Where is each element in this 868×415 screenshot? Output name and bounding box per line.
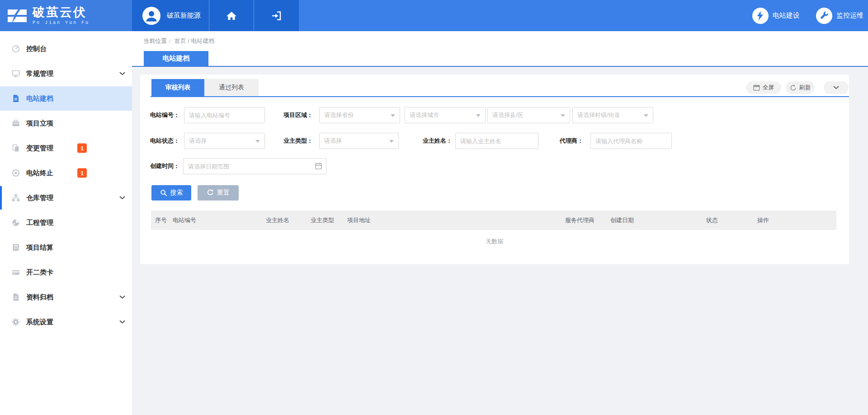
user-menu[interactable]: 破茧新能源 [132,0,209,31]
owner-type-label: 业主类型： [268,133,313,149]
refresh-icon [790,84,797,91]
sidebar-item-station-termination[interactable]: 电站终止 1 [0,161,132,185]
notification-badge: 1 [77,168,87,178]
owner-name-input[interactable] [455,133,538,149]
column-header-index: 序号 [155,210,167,230]
search-icon [160,189,167,196]
chevron-down-icon [119,196,125,200]
quick-link-label: 电站建设 [773,11,800,20]
fullscreen-button[interactable]: 全屏 [746,81,781,94]
chevron-down-icon [833,86,839,89]
archive-file-icon [11,293,20,302]
collapse-toolbar-button[interactable] [824,81,849,94]
sidebar-item-project-settlement[interactable]: 项目结算 [0,235,132,260]
top-header: 破茧云伏 Po Jian Yun Fu 破茧新能源 [0,0,868,31]
sidebar-item-open-type2-card[interactable]: 开二类卡 [0,260,132,284]
brand-title: 破茧云伏 [33,6,90,19]
record-icon [11,168,20,177]
owner-name-label: 业主姓名： [407,133,452,149]
sidebar-item-change-management[interactable]: 变更管理 1 [0,136,132,160]
select-caret-icon [561,114,565,117]
breadcrumb-prefix: 当前位置： [143,37,173,44]
column-header-status: 状态 [706,210,718,230]
agent-input[interactable] [590,133,672,149]
agent-label: 代理商： [538,133,583,149]
sitemap-icon [11,193,20,202]
brand-subtitle: Po Jian Yun Fu [33,20,90,25]
sidebar-item-warehouse-management[interactable]: 仓库管理 [0,186,132,210]
home-icon [226,11,237,21]
tab-underline [151,96,849,97]
station-no-input[interactable] [184,107,265,123]
select-caret-icon [476,114,481,117]
header-quick-links: 电站建设 监控运维 [299,0,868,31]
reset-icon [207,189,214,196]
quick-link-monitoring-ops[interactable]: 监控运维 [816,8,863,24]
city-select[interactable]: 请选择城市 [405,107,486,123]
owner-type-select[interactable]: 请选择 [319,133,399,149]
sidebar-item-engineering-management[interactable]: 工程管理 [0,210,132,235]
bank-card-icon [11,268,20,277]
page-tab-station-filing[interactable]: 电站建档 [144,51,208,66]
logout-button[interactable] [254,0,299,31]
column-header-owner-type: 业主类型 [311,210,334,230]
column-header-agent: 服务代理商 [565,210,594,230]
column-header-created: 创建日期 [610,210,634,230]
pie-dashboard-icon [11,218,20,227]
village-select[interactable]: 请选择村镇/街道 [572,107,653,123]
main-content: 当前位置： 首页 / 电站建档 电站建档 审核列表 通过列表 全屏 [132,31,868,415]
created-time-label: 创建时间： [140,158,179,174]
user-company-name: 破茧新能源 [167,11,201,20]
sidebar-item-general-management[interactable]: 常规管理 [0,61,132,86]
select-caret-icon [389,140,394,143]
logout-icon [271,10,282,21]
select-caret-icon [255,140,260,143]
column-header-station-no: 电站编号 [173,210,196,230]
calendar-icon[interactable] [315,162,322,170]
sidebar: 控制台 常规管理 [0,31,132,415]
chevron-down-icon [119,320,125,324]
monitor-icon [11,69,20,78]
user-avatar-icon [142,7,160,25]
county-select[interactable]: 请选择县/区 [487,107,570,123]
search-button[interactable]: 搜索 [151,185,191,201]
document-icon [11,94,20,103]
refresh-button[interactable]: 刷新 [786,81,815,94]
sidebar-item-station-filing[interactable]: 电站建档 [0,86,132,111]
chevron-down-icon [119,72,125,75]
sidebar-item-data-archive[interactable]: 资料归档 [0,285,132,309]
home-button[interactable] [209,0,254,31]
column-header-address: 项目地址 [347,210,371,230]
station-status-label: 电站状态： [140,133,179,149]
station-status-select[interactable]: 请选择 [184,133,265,149]
empty-table-message: 无数据 [140,238,849,246]
column-header-actions: 操作 [757,210,769,230]
date-range-field [183,158,326,174]
reset-button[interactable]: 重置 [198,185,239,201]
wrench-icon [816,8,832,24]
project-region-label: 项目区域： [268,107,313,123]
lightning-icon [752,8,769,24]
tab-passed-list[interactable]: 通过列表 [204,79,259,96]
notification-badge: 1 [77,144,87,153]
gauge-icon [11,44,20,53]
sidebar-item-project-initiation[interactable]: 项目立项 [0,111,132,135]
sidebar-item-console[interactable]: 控制台 [0,37,132,61]
briefcase-icon [11,119,20,128]
province-select[interactable]: 请选择省份 [319,107,400,123]
app-window: 破茧云伏 Po Jian Yun Fu 破茧新能源 [0,0,868,415]
chevron-down-icon [119,295,125,299]
select-caret-icon [391,114,395,117]
station-no-label: 电站编号： [140,107,179,123]
sidebar-item-system-settings[interactable]: 系统设置 [0,310,132,334]
fullscreen-icon [753,85,760,91]
brand-logo[interactable]: 破茧云伏 Po Jian Yun Fu [0,0,132,31]
gear-icon [11,317,20,326]
quick-link-station-construction[interactable]: 电站建设 [752,8,800,24]
breadcrumb-path[interactable]: 首页 / 电站建档 [175,37,215,44]
date-range-input[interactable] [183,158,326,174]
select-caret-icon [644,114,648,117]
tab-review-list[interactable]: 审核列表 [151,79,204,96]
pages-icon [11,144,20,153]
table-header-row: 序号 电站编号 业主姓名 业主类型 项目地址 服务代理商 创建日期 状态 操作 [151,210,836,230]
